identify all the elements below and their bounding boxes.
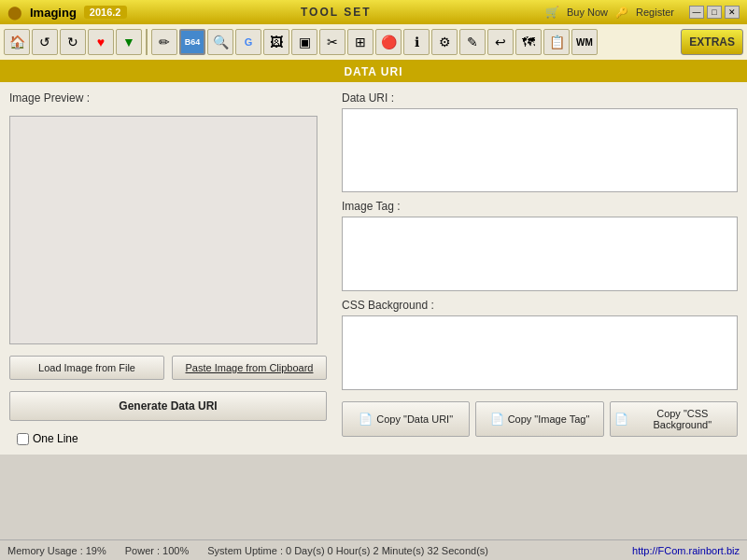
css-background-textarea[interactable] <box>342 315 738 390</box>
image-preview-label: Image Preview : <box>9 91 327 105</box>
edit-button[interactable]: ✎ <box>459 29 486 55</box>
home-button[interactable]: 🏠 <box>4 29 30 55</box>
data-uri-textarea[interactable] <box>342 108 738 192</box>
one-line-checkbox[interactable] <box>17 433 29 445</box>
generate-button[interactable]: Generate Data URI <box>9 391 327 421</box>
load-paste-row: Load Image from File Paste Image from Cl… <box>9 356 327 380</box>
window-controls: — □ ✕ <box>689 6 740 19</box>
paste-image-button[interactable]: Paste Image from Clipboard <box>172 356 327 380</box>
google-button[interactable]: G <box>235 29 261 55</box>
copy-buttons-row: 📄 Copy "Data URI" 📄 Copy "Image Tag" 📄 C… <box>342 401 738 437</box>
down-button[interactable]: ▼ <box>116 29 142 55</box>
favorite-button[interactable]: ♥ <box>88 29 114 55</box>
color-button[interactable]: 🔴 <box>375 29 402 55</box>
copy-doc-icon-3: 📄 <box>614 413 628 426</box>
data-uri-section: Data URI : <box>342 91 738 192</box>
wm-button[interactable]: WM <box>571 29 598 55</box>
app-version: 2016.2 <box>84 6 127 19</box>
scissor-button[interactable]: ✂ <box>319 29 345 55</box>
one-line-row: One Line <box>9 432 327 445</box>
css-background-label: CSS Background : <box>342 299 738 312</box>
app-icon: ⬤ <box>7 5 22 20</box>
close-button[interactable]: ✕ <box>725 6 740 19</box>
main-content: Image Preview : Load Image from File Pas… <box>0 82 747 455</box>
copy-doc-icon-2: 📄 <box>490 413 504 426</box>
pencil-button[interactable]: ✏ <box>151 29 177 55</box>
register-icon: 🔑 <box>615 7 628 19</box>
register-button[interactable]: Register <box>636 7 674 18</box>
toolbar: 🏠 ↺ ↻ ♥ ▼ ✏ B64 🔍 G 🖼 ▣ ✂ ⊞ 🔴 ℹ ⚙ ✎ ↩ 🗺 … <box>0 24 747 62</box>
title-bar: ⬤ Imaging 2016.2 TOOL SET 🛒 Buy Now 🔑 Re… <box>0 0 747 24</box>
copy-data-uri-button[interactable]: 📄 Copy "Data URI" <box>342 401 470 437</box>
one-line-label: One Line <box>33 432 78 445</box>
separator-1 <box>146 29 148 55</box>
uptime-status: System Uptime : 0 Day(s) 0 Hour(s) 2 Min… <box>207 545 488 556</box>
status-bar: Memory Usage : 19% Power : 100% System U… <box>0 539 747 560</box>
image-tag-textarea[interactable] <box>342 217 738 291</box>
data-uri-label: Data URI : <box>342 91 738 105</box>
copy-doc-icon: 📄 <box>359 413 373 426</box>
section-header: DATA URI <box>0 62 747 82</box>
extras-button[interactable]: EXTRAS <box>681 29 743 55</box>
url-link[interactable]: http://FCom.rainbort.biz <box>632 545 740 556</box>
photo-button[interactable]: 🗺 <box>515 29 542 55</box>
buy-now-icon: 🛒 <box>545 6 559 19</box>
tool-set-label: TOOL SET <box>134 6 539 19</box>
image-tag-label: Image Tag : <box>342 200 738 213</box>
load-image-button[interactable]: Load Image from File <box>9 356 164 380</box>
copy-image-tag-button[interactable]: 📄 Copy "Image Tag" <box>475 401 603 437</box>
refresh-button[interactable]: ↩ <box>487 29 514 55</box>
buy-now-button[interactable]: Buy Now <box>567 7 608 18</box>
copy-css-bg-button[interactable]: 📄 Copy "CSS Background" <box>610 401 738 437</box>
maximize-button[interactable]: □ <box>707 6 722 19</box>
css-background-section: CSS Background : <box>342 299 738 390</box>
image-button[interactable]: 🖼 <box>263 29 289 55</box>
forward-button[interactable]: ↻ <box>60 29 86 55</box>
right-panel: Data URI : Image Tag : CSS Background : … <box>342 91 738 445</box>
memory-status: Memory Usage : 19% <box>7 545 106 556</box>
back-button[interactable]: ↺ <box>32 29 58 55</box>
crop-button[interactable]: ▣ <box>291 29 317 55</box>
info-button[interactable]: ℹ <box>403 29 430 55</box>
b64-button[interactable]: B64 <box>179 29 205 55</box>
clipboard-button[interactable]: 📋 <box>543 29 570 55</box>
search-button[interactable]: 🔍 <box>207 29 233 55</box>
minimize-button[interactable]: — <box>689 6 704 19</box>
power-status: Power : 100% <box>125 545 189 556</box>
left-panel: Image Preview : Load Image from File Pas… <box>9 91 327 445</box>
settings-button[interactable]: ⚙ <box>431 29 458 55</box>
app-name: Imaging <box>30 6 77 20</box>
image-tag-section: Image Tag : <box>342 200 738 291</box>
image-preview-box <box>9 116 317 344</box>
grid-button[interactable]: ⊞ <box>347 29 374 55</box>
